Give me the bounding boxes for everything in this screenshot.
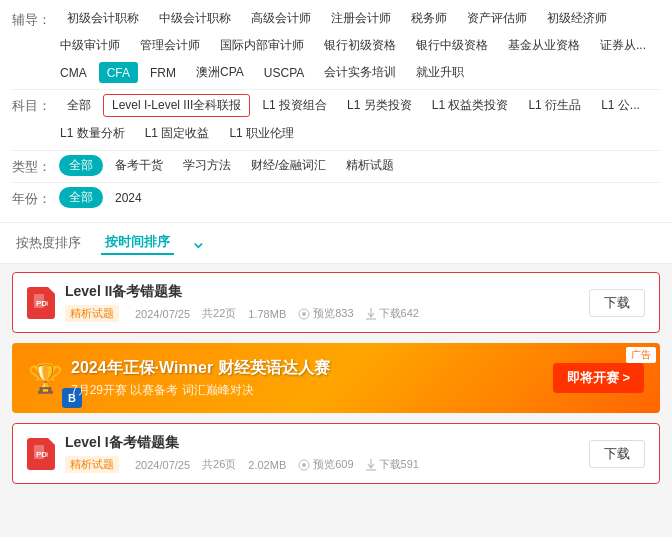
file-tag-2: 精析试题 — [65, 456, 119, 473]
tag-guanli-kuaiji[interactable]: 管理会计师 — [132, 35, 208, 56]
tag-jiuye[interactable]: 就业升职 — [408, 62, 472, 83]
tag-zichan[interactable]: 资产评估师 — [459, 8, 535, 29]
file-title-1[interactable]: Level II备考错题集 — [65, 283, 419, 301]
tag-zhongji-kuaiji[interactable]: 中级会计职称 — [151, 8, 239, 29]
file-size-1: 1.78MB — [248, 308, 286, 320]
tag-l1-zhiye[interactable]: L1 职业伦理 — [221, 123, 302, 144]
filter-section: 辅导： 初级会计职称 中级会计职称 高级会计师 注册会计师 税务师 资产评估师 … — [0, 0, 672, 223]
ad-content: 2024年正保·Winner 财经英语达人赛 7月29开赛 以赛备考 词汇巅峰对… — [71, 358, 541, 399]
divider-3 — [12, 182, 660, 183]
fudao-tags-row1: 初级会计职称 中级会计职称 高级会计师 注册会计师 税务师 资产评估师 初级经济… — [59, 8, 660, 29]
file-downloads-2: 下载591 — [366, 457, 419, 472]
tag-frm[interactable]: FRM — [142, 62, 184, 83]
tag-l1-yansheng[interactable]: L1 衍生品 — [520, 94, 589, 117]
kemu-label: 科目： — [12, 94, 51, 115]
tag-l1-touzi[interactable]: L1 投资组合 — [254, 94, 335, 117]
tag-2024[interactable]: 2024 — [107, 187, 150, 208]
file-card-2: PDF Level I备考错题集 精析试题 2024/07/25 共26页 2.… — [12, 423, 660, 484]
tag-xuexi[interactable]: 学习方法 — [175, 155, 239, 176]
sort-heat-btn[interactable]: 按热度排序 — [12, 232, 85, 254]
tag-guoji-shenji[interactable]: 国际内部审计师 — [212, 35, 312, 56]
file-pages-2: 共26页 — [202, 457, 236, 472]
tag-uscpa[interactable]: USCPA — [256, 62, 312, 83]
tag-gaoji-kuaiji[interactable]: 高级会计师 — [243, 8, 319, 29]
file-views-1: 预览833 — [298, 306, 353, 321]
tag-chuji-kuaiji[interactable]: 初级会计职称 — [59, 8, 147, 29]
kemu-tags: 全部 Level I-Level III全科联报 L1 投资组合 L1 另类投资… — [59, 94, 660, 117]
tag-l1-leiding[interactable]: L1 另类投资 — [339, 94, 420, 117]
tag-l1-gong[interactable]: L1 公... — [593, 94, 648, 117]
file-size-2: 2.02MB — [248, 459, 286, 471]
sort-time-btn[interactable]: 按时间排序 — [101, 231, 174, 255]
tag-cfa[interactable]: CFA — [99, 62, 138, 83]
fudao-row-3: CMA CFA FRM 澳洲CPA USCPA 会计实务培训 就业升职 — [12, 62, 660, 83]
tag-l1-shuliang[interactable]: L1 数量分析 — [52, 123, 133, 144]
file-meta-2: 精析试题 2024/07/25 共26页 2.02MB 预览609 下载591 — [65, 456, 419, 473]
tag-beikao[interactable]: 备考干货 — [107, 155, 171, 176]
kemu-row-2: L1 数量分析 L1 固定收益 L1 职业伦理 — [12, 123, 660, 144]
file-info-1: Level II备考错题集 精析试题 2024/07/25 共22页 1.78M… — [65, 283, 419, 322]
fudao-tags-row2: 中级审计师 管理会计师 国际内部审计师 银行初级资格 银行中级资格 基金从业资格… — [52, 35, 660, 56]
divider-2 — [12, 150, 660, 151]
tag-jingxi[interactable]: 精析试题 — [338, 155, 402, 176]
tag-kuaiji-shiwu[interactable]: 会计实务培训 — [316, 62, 404, 83]
tag-shuiwu[interactable]: 税务师 — [403, 8, 455, 29]
tag-auscpa[interactable]: 澳洲CPA — [188, 62, 252, 83]
svg-text:PDF: PDF — [36, 450, 48, 459]
svg-text:PDF: PDF — [36, 299, 48, 308]
download-btn-1[interactable]: 下载 — [589, 289, 645, 317]
ad-title: 2024年正保·Winner 财经英语达人赛 — [71, 358, 541, 379]
file-date-1: 2024/07/25 — [135, 308, 190, 320]
tag-l1-quanyi[interactable]: L1 权益类投资 — [424, 94, 517, 117]
tag-yinhang-chuji[interactable]: 银行初级资格 — [316, 35, 404, 56]
file-icon-1: PDF — [27, 287, 55, 319]
file-title-2[interactable]: Level I备考错题集 — [65, 434, 419, 452]
tag-yinhang-zhongji[interactable]: 银行中级资格 — [408, 35, 496, 56]
tag-nianfen-all[interactable]: 全部 — [59, 187, 103, 208]
fudao-tags-row3: CMA CFA FRM 澳洲CPA USCPA 会计实务培训 就业升职 — [52, 62, 660, 83]
sort-bar: 按热度排序 按时间排序 ⌄ — [0, 223, 672, 264]
file-date-2: 2024/07/25 — [135, 459, 190, 471]
content-area: PDF Level II备考错题集 精析试题 2024/07/25 共22页 1… — [0, 264, 672, 502]
kemu-row-1: 科目： 全部 Level I-Level III全科联报 L1 投资组合 L1 … — [12, 94, 660, 117]
leixing-label: 类型： — [12, 155, 51, 176]
download-btn-2[interactable]: 下载 — [589, 440, 645, 468]
leixing-tags: 全部 备考干货 学习方法 财经/金融词汇 精析试题 — [59, 155, 660, 176]
fudao-label: 辅导： — [12, 8, 51, 29]
tag-zhongji-shenji[interactable]: 中级审计师 — [52, 35, 128, 56]
file-pages-1: 共22页 — [202, 306, 236, 321]
nianfen-tags: 全部 2024 — [59, 187, 660, 208]
file-card-1: PDF Level II备考错题集 精析试题 2024/07/25 共22页 1… — [12, 272, 660, 333]
ad-badge: 广告 — [626, 347, 656, 363]
nianfen-row: 年份： 全部 2024 — [12, 187, 660, 208]
kemu-tags-2: L1 数量分析 L1 固定收益 L1 职业伦理 — [52, 123, 660, 144]
tag-kemu-level-all[interactable]: Level I-Level III全科联报 — [103, 94, 250, 117]
svg-point-3 — [302, 312, 306, 316]
tag-jijin[interactable]: 基金从业资格 — [500, 35, 588, 56]
tag-caijing[interactable]: 财经/金融词汇 — [243, 155, 334, 176]
trophy-icon: 🏆 — [28, 362, 63, 395]
file-info-2: Level I备考错题集 精析试题 2024/07/25 共26页 2.02MB… — [65, 434, 419, 473]
file-left-1: PDF Level II备考错题集 精析试题 2024/07/25 共22页 1… — [27, 283, 589, 322]
tag-cma[interactable]: CMA — [52, 62, 95, 83]
sort-arrow-icon: ⌄ — [190, 229, 207, 253]
tag-zhengquan[interactable]: 证券从... — [592, 35, 654, 56]
file-left-2: PDF Level I备考错题集 精析试题 2024/07/25 共26页 2.… — [27, 434, 589, 473]
ad-banner[interactable]: 广告 🏆 B 2024年正保·Winner 财经英语达人赛 7月29开赛 以赛备… — [12, 343, 660, 413]
tag-kemu-all[interactable]: 全部 — [59, 94, 99, 117]
svg-point-8 — [302, 463, 306, 467]
leixing-row: 类型： 全部 备考干货 学习方法 财经/金融词汇 精析试题 — [12, 155, 660, 176]
tag-chuji-jingji[interactable]: 初级经济师 — [539, 8, 615, 29]
fudao-row-2: 中级审计师 管理会计师 国际内部审计师 银行初级资格 银行中级资格 基金从业资格… — [12, 35, 660, 56]
divider-1 — [12, 89, 660, 90]
tag-zhuce-kuaiji[interactable]: 注册会计师 — [323, 8, 399, 29]
ad-subtitle: 7月29开赛 以赛备考 词汇巅峰对决 — [71, 382, 541, 399]
file-icon-2: PDF — [27, 438, 55, 470]
ad-cta-btn[interactable]: 即将开赛 > — [553, 363, 644, 393]
tag-l1-guding[interactable]: L1 固定收益 — [137, 123, 218, 144]
fudao-row-1: 辅导： 初级会计职称 中级会计职称 高级会计师 注册会计师 税务师 资产评估师 … — [12, 8, 660, 29]
file-downloads-1: 下载642 — [366, 306, 419, 321]
tag-leixing-all[interactable]: 全部 — [59, 155, 103, 176]
file-tag-1: 精析试题 — [65, 305, 119, 322]
file-views-2: 预览609 — [298, 457, 353, 472]
